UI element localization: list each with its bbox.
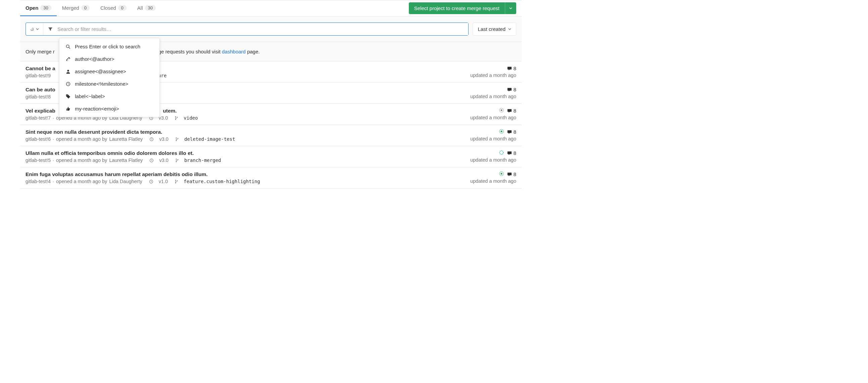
mr-branch[interactable]: branch-merged [184, 157, 221, 163]
mr-updated: updated a month ago [470, 157, 516, 163]
tab-merged-label: Merged [62, 5, 79, 11]
history-button[interactable] [26, 23, 43, 35]
filter-icon-box [43, 23, 56, 35]
mr-title[interactable]: Sint neque non nulla deserunt provident … [26, 129, 470, 135]
mr-item: Sint neque non nulla deserunt provident … [20, 125, 522, 146]
mr-author[interactable]: Lauretta Flatley [109, 137, 143, 142]
mr-right-top: 8 [507, 87, 516, 92]
svg-point-19 [499, 151, 503, 154]
mr-comments[interactable]: 8 [507, 150, 516, 156]
svg-point-8 [500, 110, 502, 111]
svg-point-25 [500, 173, 502, 175]
hint-milestone[interactable]: milestone<%milestone> [59, 78, 159, 90]
mr-comments[interactable]: 8 [507, 171, 516, 177]
pipeline-status-icon[interactable] [499, 108, 504, 114]
mr-opened: opened a month ago by [56, 157, 107, 163]
create-mr-dropdown[interactable] [505, 2, 516, 14]
tab-all-label: All [137, 5, 143, 11]
banner-suffix: page. [246, 49, 260, 54]
svg-point-22 [175, 182, 176, 183]
mr-comments[interactable]: 8 [507, 87, 516, 92]
mr-item: Enim fuga voluptas accusamus harum repel… [20, 167, 522, 188]
hint-milestone-text: milestone<%milestone> [75, 81, 128, 87]
mr-comments[interactable]: 8 [507, 65, 516, 71]
hint-assignee-text: assignee<@assignee> [75, 68, 126, 74]
hint-search[interactable]: Press Enter or click to search [59, 40, 159, 53]
svg-point-5 [175, 119, 176, 120]
hint-label-text: label<~label> [75, 93, 105, 99]
mr-right-top: 8 [507, 65, 516, 71]
svg-point-14 [500, 131, 502, 132]
sort-label: Last created [477, 26, 505, 32]
svg-point-16 [176, 158, 177, 159]
mr-comments[interactable]: 8 [507, 108, 516, 114]
mr-branch[interactable]: video [184, 115, 198, 121]
hint-label[interactable]: label<~label> [59, 90, 159, 102]
search-input[interactable] [56, 23, 468, 35]
pencil-icon [65, 57, 71, 61]
tabs-row: Open 30 Merged 0 Closed 0 All 30 Select … [20, 0, 522, 17]
user-icon [65, 69, 71, 74]
tab-open-label: Open [26, 5, 38, 11]
mr-ref[interactable]: gitlab-test!4 [26, 179, 51, 184]
tab-open-count: 30 [40, 5, 51, 11]
hint-author[interactable]: author<@author> [59, 53, 159, 65]
tab-all[interactable]: All 30 [132, 0, 161, 16]
svg-point-23 [177, 180, 178, 181]
create-mr-group: Select project to create merge request [409, 2, 516, 14]
hint-assignee[interactable]: assignee<@assignee> [59, 65, 159, 78]
mr-title[interactable]: Ullam nulla et officia temporibus omnis … [26, 150, 470, 156]
mr-ref[interactable]: gitlab-test!5 [26, 157, 51, 163]
svg-point-21 [175, 180, 176, 181]
svg-point-18 [178, 159, 179, 160]
mr-author[interactable]: Lauretta Flatley [109, 157, 143, 163]
pipeline-status-icon[interactable] [499, 150, 504, 156]
chevron-down-icon [508, 28, 511, 31]
tab-merged-count: 0 [81, 5, 90, 11]
create-mr-button[interactable]: Select project to create merge request [409, 2, 505, 14]
banner-prefix: Only merge r [26, 49, 55, 54]
sort-dropdown[interactable]: Last created [473, 23, 516, 36]
filter-hints-dropdown: Press Enter or click to search author<@a… [59, 38, 160, 117]
mr-ref[interactable]: gitlab-test!7 [26, 115, 51, 121]
tab-merged[interactable]: Merged 0 [57, 0, 95, 16]
hint-search-text: Press Enter or click to search [75, 44, 140, 49]
mr-title[interactable]: Enim fuga voluptas accusamus harum repel… [26, 171, 470, 177]
funnel-icon [48, 27, 53, 32]
svg-point-17 [176, 161, 177, 162]
svg-point-12 [178, 138, 179, 139]
svg-point-11 [176, 140, 177, 141]
mr-milestone[interactable]: v1.0 [159, 179, 168, 184]
mr-ref[interactable]: gitlab-test!9 [26, 73, 51, 78]
mr-branch[interactable]: feature.custom-highlighting [184, 179, 260, 184]
hint-reaction[interactable]: my-reaction<emoji> [59, 102, 159, 115]
mr-ref[interactable]: gitlab-test!6 [26, 137, 51, 142]
hint-author-text: author<@author> [75, 56, 115, 62]
mr-comments[interactable]: 8 [507, 129, 516, 135]
history-icon [30, 27, 35, 32]
dashboard-link[interactable]: dashboard [222, 49, 246, 54]
pipeline-status-icon[interactable] [499, 171, 504, 177]
mr-branch[interactable]: deleted-image-test [184, 137, 235, 142]
mr-milestone[interactable]: v3.0 [159, 115, 168, 121]
chevron-down-icon [36, 28, 39, 31]
mr-author[interactable]: Lida Daugherty [109, 179, 142, 184]
mr-right-top: 8 [499, 150, 516, 156]
mr-updated: updated a month ago [470, 115, 516, 120]
mr-opened: opened a month ago by [56, 179, 107, 184]
filter-row: Last created Press Enter or click to sea… [20, 17, 522, 42]
mr-item: Ullam nulla et officia temporibus omnis … [20, 146, 522, 167]
clock-icon [65, 82, 71, 86]
svg-point-6 [177, 117, 178, 118]
mr-right-top: 8 [499, 129, 516, 135]
tab-all-count: 30 [145, 5, 156, 11]
pipeline-status-icon[interactable] [499, 129, 504, 135]
tab-open[interactable]: Open 30 [20, 0, 57, 16]
mr-milestone[interactable]: v3.0 [159, 157, 168, 163]
mr-ref[interactable]: gitlab-test!8 [26, 94, 51, 99]
mr-meta: gitlab-test!5 · opened a month ago by La… [26, 157, 470, 163]
filter-input-wrap [26, 23, 469, 36]
mr-milestone[interactable]: v3.0 [159, 137, 168, 142]
tab-closed[interactable]: Closed 0 [95, 0, 132, 16]
tag-icon [65, 94, 71, 99]
